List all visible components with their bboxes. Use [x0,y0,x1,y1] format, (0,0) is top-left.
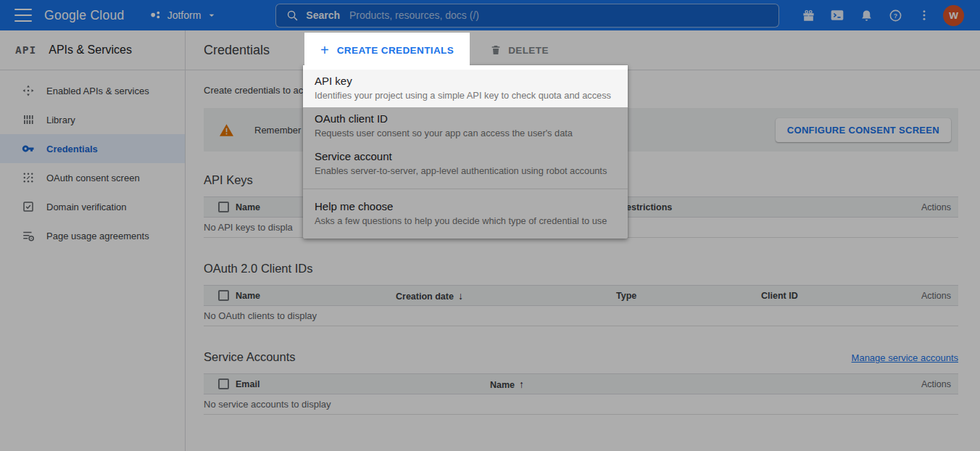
menu-item-title: API key [315,75,616,87]
menu-item-description: Identifies your project using a simple A… [315,90,616,101]
spotlight-region: API key Identifies your project using a … [303,65,628,107]
create-credentials-label: CREATE CREDENTIALS [337,45,454,56]
plus-icon: + [320,43,329,57]
menu-item-api-key[interactable]: API key Identifies your project using a … [303,70,628,107]
create-credentials-button[interactable]: + CREATE CREDENTIALS [304,33,470,67]
